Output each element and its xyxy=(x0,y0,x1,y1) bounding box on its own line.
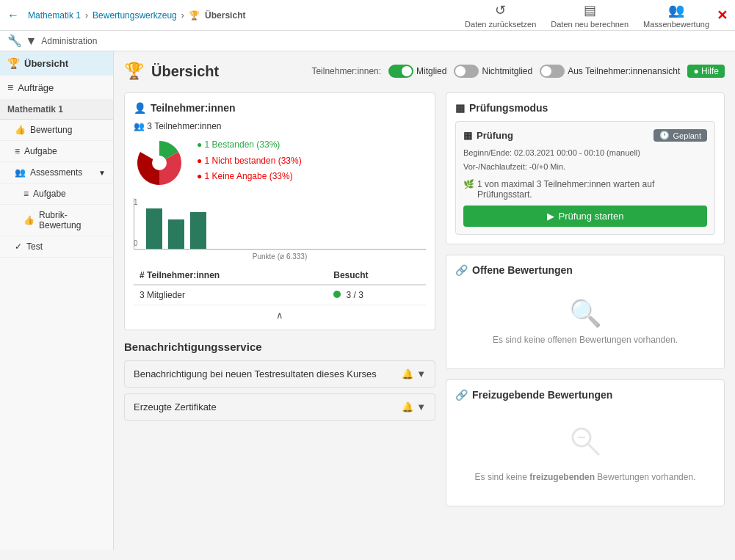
stat-nodata: ● 1 Keine Angabe (33%) xyxy=(197,169,302,185)
teilnehmer-table: # Teilnehmer:innen Besucht 3 Mitglieder … xyxy=(134,266,426,305)
sidebar-item-aufgabe[interactable]: ≡ Aufgabe xyxy=(0,141,113,162)
recalc-button[interactable]: ▤ Daten neu berechnen xyxy=(551,2,629,29)
toggle-nichtmitglied[interactable] xyxy=(454,65,479,78)
thumbsup-icon: 👍 xyxy=(15,125,26,135)
check-icon: ● xyxy=(197,139,202,150)
question-icon: ● xyxy=(693,66,698,76)
chart-x-label: Punkte (ø 6.333) xyxy=(134,252,426,261)
help-button[interactable]: ● Hilfe xyxy=(687,65,725,78)
page-header: 🏆 Übersicht Teilnehmer:innen: Mitglied N… xyxy=(124,62,725,81)
bar-1 xyxy=(146,208,162,249)
collapse-button[interactable]: ∧ xyxy=(134,310,426,321)
close-button[interactable]: ✕ xyxy=(717,7,728,23)
col-header-teilnehmer: # Teilnehmer:innen xyxy=(134,266,327,285)
teilnehmer-card: 👤 Teilnehmer:innen 👥 3 Teilnehmer:innen xyxy=(124,92,435,330)
svg-point-0 xyxy=(152,156,167,170)
admin-bar: 🔧 ▼ Administration xyxy=(0,31,735,51)
offene-bewertungen-card: 🔗 Offene Bewertungen 🔍 Es sind keine off… xyxy=(446,255,725,369)
offene-bewertungen-title: 🔗 Offene Bewertungen xyxy=(455,264,715,276)
trophy-icon: 🏆 xyxy=(7,57,20,69)
main-layout: 🏆 Übersicht ≡ Aufträge Mathematik 1 👍 Be… xyxy=(0,51,735,550)
toggle-nichtmitglied-group: Nichtmitglied xyxy=(454,65,532,78)
exam-icon: ▦ xyxy=(463,130,472,141)
toolbar-actions: ↺ Daten zurücksetzen ▤ Daten neu berechn… xyxy=(465,2,709,29)
left-column: 👤 Teilnehmer:innen 👥 3 Teilnehmer:innen xyxy=(124,92,435,506)
filter-bar: Teilnehmer:innen: Mitglied Nichtmitglied xyxy=(311,65,725,78)
right-column: ▦ Prüfungsmodus ▦ Prüfung 🕐 xyxy=(446,92,725,506)
freizugebende-bewertungen-card: 🔗 Freizugebende Bewertungen xyxy=(446,379,725,506)
table-row: 3 Mitglieder 3 / 3 xyxy=(134,285,426,305)
stat-failed: ● 1 Nicht bestanden (33%) xyxy=(197,153,302,170)
clock-icon: 🕐 xyxy=(659,131,670,140)
link-icon: 🔗 xyxy=(455,264,468,276)
breadcrumb: Mathematik 1 › Bewertungswerkzeug › 🏆 Üb… xyxy=(25,10,465,21)
group-icon: 👥 xyxy=(15,167,26,178)
cross2-icon: ● xyxy=(197,171,202,181)
row-value: 3 / 3 xyxy=(327,285,426,305)
rubrik-icon: 👍 xyxy=(23,215,35,225)
mass-button[interactable]: 👥 Massenbewertung xyxy=(643,2,709,29)
breadcrumb-current: 🏆 Übersicht xyxy=(187,10,247,21)
breadcrumb-mathematik[interactable]: Mathematik 1 xyxy=(28,10,81,21)
stat-passed: ● 1 Bestanden (33%) xyxy=(197,137,302,153)
status-dot xyxy=(333,291,341,298)
two-col-layout: 👤 Teilnehmer:innen 👥 3 Teilnehmer:innen xyxy=(124,92,725,506)
task2-icon: ≡ xyxy=(23,189,29,199)
col-header-besucht: Besucht xyxy=(327,266,426,285)
bell-icon: 🔔 xyxy=(402,368,413,379)
sidebar-item-test[interactable]: ✓ Test xyxy=(0,236,113,258)
svg-line-2 xyxy=(588,444,599,455)
pie-chart xyxy=(134,137,185,191)
pruefungsmodus-title: ▦ Prüfungsmodus xyxy=(455,102,715,114)
sidebar-section-mathematik: Mathematik 1 xyxy=(0,100,113,120)
toggle-mitglied[interactable] xyxy=(388,65,413,78)
offene-bewertungen-empty: 🔍 Es sind keine offenen Bewertungen vorh… xyxy=(455,283,715,360)
sidebar-item-uebersicht[interactable]: 🏆 Übersicht xyxy=(0,51,113,76)
pruefungsmodus-card: ▦ Prüfungsmodus ▦ Prüfung 🕐 xyxy=(446,92,725,244)
row-label: 3 Mitglieder xyxy=(134,285,327,305)
pruefung-header: ▦ Prüfung 🕐 Geplant xyxy=(463,129,707,142)
toggle-ansicht[interactable] xyxy=(540,65,565,78)
toggle-mitglied-group: Mitglied xyxy=(388,65,446,78)
bell2-icon: 🔔 xyxy=(402,401,413,412)
release-icon: 🔗 xyxy=(455,389,468,401)
chevron-down-icon: ▼ xyxy=(98,169,106,177)
users-icon: 👥 xyxy=(134,121,145,131)
teilnehmer-stats: ● 1 Bestanden (33%) ● 1 Nicht bestanden … xyxy=(134,137,426,191)
content-area: 🏆 Übersicht Teilnehmer:innen: Mitglied N… xyxy=(114,51,735,550)
back-button[interactable]: ← xyxy=(7,9,19,22)
bar-3 xyxy=(190,212,206,249)
search2-icon xyxy=(567,423,604,466)
camera-icon: ▦ xyxy=(455,102,465,114)
reset-button[interactable]: ↺ Daten zurücksetzen xyxy=(465,2,536,29)
right-panel: ▦ Prüfungsmodus ▦ Prüfung 🕐 xyxy=(446,92,725,506)
notification-item-2: Erzeugte Zertifikate 🔔 ▼ xyxy=(124,393,435,421)
sidebar: 🏆 Übersicht ≡ Aufträge Mathematik 1 👍 Be… xyxy=(0,51,114,550)
play-icon: ▶ xyxy=(547,211,554,222)
status-badge: 🕐 Geplant xyxy=(653,129,707,142)
notification-bell-1[interactable]: 🔔 ▼ xyxy=(402,368,426,379)
sidebar-item-bewertung[interactable]: 👍 Bewertung xyxy=(0,120,113,141)
freizugebende-bewertungen-title: 🔗 Freizugebende Bewertungen xyxy=(455,389,715,401)
sidebar-item-aufgabe2[interactable]: ≡ Aufgabe xyxy=(0,183,113,205)
breadcrumb-bewertungswerkzeug[interactable]: Bewertungswerkzeug xyxy=(93,10,177,21)
notifications-title: Benachrichtigungsservice xyxy=(124,341,435,353)
pruefung-inner: ▦ Prüfung 🕐 Geplant Beginn/Ende: 02.03.2… xyxy=(455,121,715,235)
page-title: 🏆 Übersicht xyxy=(124,62,219,81)
top-bar: ← Mathematik 1 › Bewertungswerkzeug › 🏆 … xyxy=(0,0,735,31)
leaf-icon: 🌿 xyxy=(463,179,474,189)
teilnehmer-title: 👤 Teilnehmer:innen xyxy=(134,102,426,114)
sidebar-item-assessments[interactable]: 👥 Assessments ▼ xyxy=(0,162,113,183)
notifications-section: Benachrichtigungsservice Benachrichtigun… xyxy=(124,341,435,421)
pruefung-start-button[interactable]: ▶ Prüfung starten xyxy=(463,206,707,227)
user-icon: 👤 xyxy=(134,102,146,114)
bar-chart xyxy=(134,198,426,250)
toggle-ansicht-group: Aus Teilnehmer:innenansicht xyxy=(540,65,680,78)
test-icon: ✓ xyxy=(15,241,22,252)
notification-bell-2[interactable]: 🔔 ▼ xyxy=(402,401,426,412)
admin-label: Administration xyxy=(41,36,97,46)
wait-message: 🌿 1 von maximal 3 Teilnehmer:innen warte… xyxy=(463,179,707,200)
pruefung-title: ▦ Prüfung xyxy=(463,130,513,141)
sidebar-item-auftraege[interactable]: ≡ Aufträge xyxy=(0,76,113,100)
sidebar-item-rubrik[interactable]: 👍 Rubrik-Bewertung xyxy=(0,205,113,236)
